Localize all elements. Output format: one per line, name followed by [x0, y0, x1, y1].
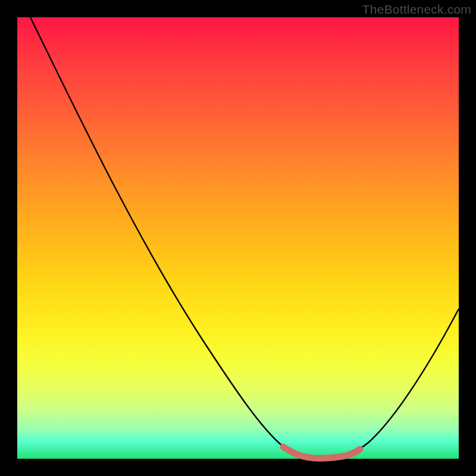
watermark-text: TheBottleneck.com [362, 2, 471, 17]
bottom-highlight-segment [283, 447, 360, 458]
curve-layer [17, 17, 459, 459]
main-curve [30, 17, 459, 458]
chart-frame: TheBottleneck.com [0, 0, 476, 476]
